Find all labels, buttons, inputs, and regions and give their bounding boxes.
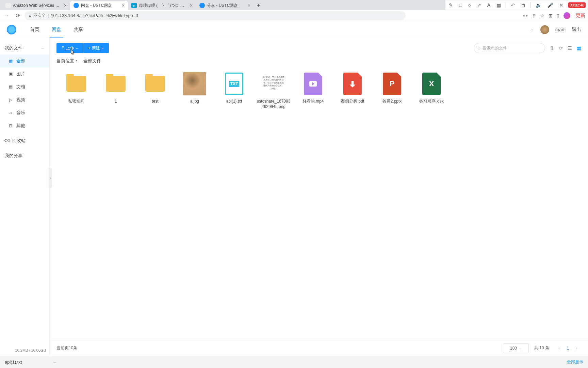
browser-tab[interactable]: 分享 - USTC网盘 × <box>196 1 254 10</box>
profile-avatar[interactable] <box>564 12 570 19</box>
sidebar-item-all[interactable]: ▦全部 <box>0 55 49 67</box>
new-button[interactable]: + 新建 ⌄ <box>83 43 109 53</box>
app-logo[interactable] <box>7 25 16 34</box>
chevron-up-icon: ︿ <box>41 46 45 50</box>
folder-icon <box>65 72 88 95</box>
breadcrumb-path[interactable]: 全部文件 <box>83 58 101 63</box>
sort-icon[interactable]: ⇅ <box>550 45 554 51</box>
close-icon[interactable]: × <box>122 3 125 8</box>
forward-button[interactable]: → <box>3 12 11 20</box>
breadcrumb: 当前位置： 全部文件 <box>50 56 588 69</box>
circle-icon[interactable]: ○ <box>467 2 472 9</box>
page-size-select[interactable]: 100⌄ <box>503 343 529 353</box>
sidebar-item-label: 文档 <box>16 84 25 90</box>
volume-icon[interactable]: 🔈 <box>534 2 543 9</box>
chevron-up-icon[interactable]: ︿ <box>53 359 57 365</box>
file-item-video[interactable]: 好看的.mp4 <box>293 72 333 109</box>
png-thumbnail: E产制造、学习使用成本太现实，因此国内各行等。但云存储网盘系们理解其中的核心技术… <box>262 72 285 95</box>
browser-tab[interactable]: 网盘 - USTC网盘 × <box>70 1 128 10</box>
trash-icon[interactable]: 🗑 <box>520 2 527 9</box>
chevron-down-icon: ⌄ <box>76 46 78 50</box>
xls-icon: X <box>420 72 443 95</box>
page-next-button[interactable]: › <box>572 344 581 353</box>
close-icon[interactable]: × <box>64 3 67 8</box>
sidebar-item-doc[interactable]: ▤文档 <box>0 80 49 93</box>
file-grid: 私密空间 1 test a.jpg TXTapi(1).txt E产制造、学习使… <box>50 69 588 340</box>
file-item-folder[interactable]: 私密空间 <box>56 72 96 109</box>
user-avatar[interactable] <box>540 25 549 34</box>
upload-button[interactable]: ⤒ 上传 ⌄ <box>56 43 83 53</box>
nav-tab-disk[interactable]: 网盘 <box>52 22 61 37</box>
record-timer[interactable]: 00:02:40 <box>568 2 586 8</box>
section-label: 我的文件 <box>5 45 22 51</box>
sidebar-item-image[interactable]: ▣图片 <box>0 67 49 80</box>
file-item-ppt[interactable]: P答辩2.pptx <box>372 72 412 109</box>
sidebar-myshare[interactable]: 我的分享 <box>0 149 49 162</box>
file-item-png[interactable]: E产制造、学习使用成本太现实，因此国内各行等。但云存储网盘系们理解其中的核心技术… <box>254 72 293 109</box>
grid-view-icon[interactable]: ▦ <box>577 45 581 51</box>
file-name: 好看的.mp4 <box>303 99 324 104</box>
file-name: 1 <box>115 99 117 104</box>
extension-icon[interactable]: ⊞ <box>549 13 553 18</box>
file-toolbar: ⤒ 上传 ⌄ + 新建 ⌄ ⌕ 搜索您的文件 ⇅ ⟳ ☰ ▦ <box>50 38 588 56</box>
close-icon[interactable]: × <box>248 3 250 8</box>
square-icon[interactable]: □ <box>458 2 463 9</box>
breadcrumb-label: 当前位置： <box>56 58 79 63</box>
share-icon[interactable]: ⇪ <box>532 13 536 18</box>
text-icon[interactable]: A <box>486 2 492 9</box>
blur-icon[interactable]: ▦ <box>495 2 502 9</box>
sidebar-item-music[interactable]: ♫音乐 <box>0 106 49 119</box>
new-tab-button[interactable]: + <box>254 1 263 10</box>
star-icon[interactable]: ☆ <box>540 13 544 18</box>
list-view-icon[interactable]: ☰ <box>568 45 572 51</box>
close-icon[interactable]: ✕ <box>558 2 565 9</box>
file-name: api(1).txt <box>226 99 242 104</box>
browser-tab[interactable]: Amazon Web Services Sign-In × <box>2 1 70 10</box>
nav-tab-share[interactable]: 共享 <box>74 22 83 37</box>
file-item-image[interactable]: a.jpg <box>175 72 214 109</box>
file-item-folder[interactable]: test <box>135 72 175 109</box>
mic-icon[interactable]: 🎤 <box>546 2 555 9</box>
page-summary: 当前页10条 <box>56 345 77 351</box>
show-all-downloads[interactable]: 全部显示 <box>567 359 583 365</box>
logout-link[interactable]: 退出 <box>572 27 581 33</box>
tab-title: 网盘 - USTC网盘 <box>81 3 120 9</box>
divider <box>506 2 506 8</box>
page-prev-button[interactable]: ‹ <box>555 344 564 353</box>
insecure-badge[interactable]: ▲ 不安全 <box>28 13 46 18</box>
file-item-xls[interactable]: X答辩顺序.xlsx <box>412 72 451 109</box>
url-text: 101.133.164.4/file?filePath=%2F&fileType… <box>51 13 138 18</box>
close-icon[interactable]: × <box>190 3 193 8</box>
nav-tab-home[interactable]: 首页 <box>30 22 39 37</box>
username[interactable]: madi <box>555 27 566 32</box>
sidebar-item-video[interactable]: ▷视频 <box>0 93 49 106</box>
pencil-icon[interactable]: ✎ <box>447 2 454 9</box>
arrow-icon[interactable]: ↗ <box>476 2 483 9</box>
section-label: 我的分享 <box>5 153 22 159</box>
reload-button[interactable]: ⟳ <box>14 12 22 20</box>
extension-toolbar: ✎ □ ○ ↗ A ▦ ↶ 🗑 🔈 🎤 ✕ 00:02:40 <box>445 0 588 10</box>
sidebar-item-label: 图片 <box>16 71 25 77</box>
divider <box>530 2 531 8</box>
grid-icon: ▦ <box>8 59 13 63</box>
sidebar-recycle[interactable]: ⌫回收站 <box>0 134 49 147</box>
sidebar-section-myfiles[interactable]: 我的文件 ︿ <box>0 42 49 55</box>
file-item-pdf[interactable]: 案例分析.pdf <box>333 72 372 109</box>
reader-icon[interactable]: ▯ <box>557 13 559 18</box>
file-name: ustcshare_1670934629945.png <box>257 99 291 109</box>
sidebar-item-other[interactable]: ⊟其他 <box>0 119 49 132</box>
key-icon[interactable]: ⊶ <box>523 13 528 18</box>
sidebar-collapse-handle[interactable]: ‹ <box>49 168 52 188</box>
undo-icon[interactable]: ↶ <box>509 2 516 9</box>
file-item-txt[interactable]: TXTapi(1).txt <box>214 72 254 109</box>
page-number[interactable]: 1 <box>564 344 572 353</box>
search-input[interactable]: ⌕ 搜索您的文件 <box>474 43 545 53</box>
update-button[interactable]: 更新 <box>576 13 585 19</box>
file-item-folder[interactable]: 1 <box>96 72 135 109</box>
browser-tab[interactable]: ▸ 哔哩哔哩 ( ゜- ゜)つロ 干杯~-bili… × <box>128 1 196 10</box>
url-box[interactable]: ▲ 不安全 | 101.133.164.4/file?filePath=%2F&… <box>24 11 406 20</box>
refresh-icon[interactable]: ⟳ <box>559 45 563 51</box>
file-name: test <box>152 99 158 104</box>
download-item[interactable]: api(1).txt ︿ <box>5 359 57 365</box>
settings-icon[interactable]: ☼ <box>530 27 534 32</box>
